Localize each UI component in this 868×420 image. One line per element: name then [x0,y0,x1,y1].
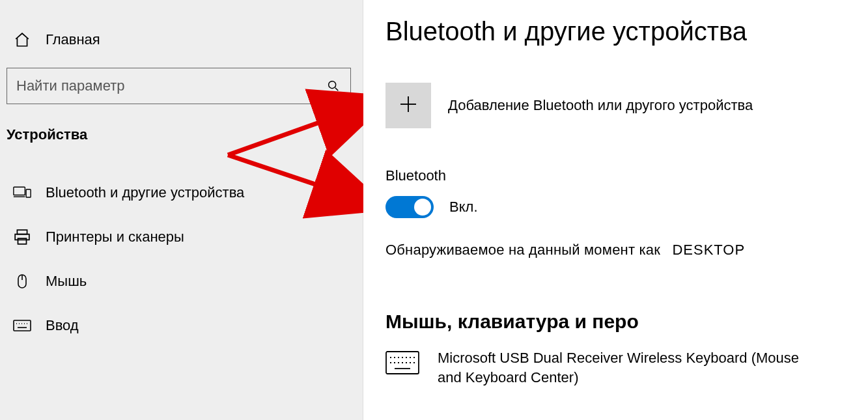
sidebar-category-heading: Устройства [0,104,363,147]
printer-icon [13,228,31,246]
search-icon [326,78,341,94]
bluetooth-toggle[interactable] [385,196,434,218]
search-input[interactable] [16,77,326,94]
svg-rect-10 [14,320,31,331]
search-box[interactable] [7,68,351,104]
discoverable-prefix: Обнаруживаемое на данный момент как [385,242,660,258]
page-title: Bluetooth и другие устройства [385,17,848,46]
keyboard-icon [385,351,419,374]
bluetooth-toggle-state: Вкл. [449,199,478,216]
toggle-knob [414,199,431,216]
sidebar-item-printers[interactable]: Принтеры и сканеры [0,215,363,259]
bluetooth-label: Bluetooth [385,167,848,184]
device-row[interactable]: Microsoft USB Dual Receiver Wireless Key… [385,348,848,387]
sidebar-item-label: Ввод [46,317,79,334]
svg-point-0 [329,81,336,89]
home-icon [13,31,31,49]
sidebar-item-bluetooth[interactable]: Bluetooth и другие устройства [0,171,363,215]
sidebar-home[interactable]: Главная [0,25,363,55]
sidebar-item-typing[interactable]: Ввод [0,303,363,348]
devices-icon [13,184,31,202]
section-mouse-keyboard-pen: Мышь, клавиатура и перо [385,311,848,333]
sidebar: Главная Устройства [0,0,363,420]
discoverable-device-name: DESKTOP [664,242,745,258]
device-name: Microsoft USB Dual Receiver Wireless Key… [438,348,802,387]
keyboard-icon [13,316,31,335]
svg-rect-5 [17,230,27,234]
home-label: Главная [46,31,100,48]
mouse-icon [13,272,31,290]
bluetooth-toggle-row: Вкл. [385,196,848,218]
add-device-button[interactable] [385,83,431,128]
main-content: Bluetooth и другие устройства Добавление… [363,0,868,420]
bluetooth-section: Bluetooth Вкл. Обнаруживаемое на данный … [385,167,848,259]
add-device-row[interactable]: Добавление Bluetooth или другого устройс… [385,83,848,128]
sidebar-nav: Bluetooth и другие устройства Принтеры и… [0,147,363,348]
settings-window: Главная Устройства [0,0,868,420]
sidebar-item-label: Принтеры и сканеры [46,229,184,245]
svg-rect-2 [14,187,25,195]
sidebar-item-label: Bluetooth и другие устройства [46,184,244,201]
discoverable-text: Обнаруживаемое на данный момент как DESK… [385,242,848,259]
sidebar-item-label: Мышь [46,273,87,290]
search-wrap [0,55,363,104]
plus-icon [398,94,419,117]
svg-line-1 [335,88,339,91]
sidebar-item-mouse[interactable]: Мышь [0,259,363,303]
svg-rect-4 [26,189,31,197]
add-device-label: Добавление Bluetooth или другого устройс… [448,97,753,114]
